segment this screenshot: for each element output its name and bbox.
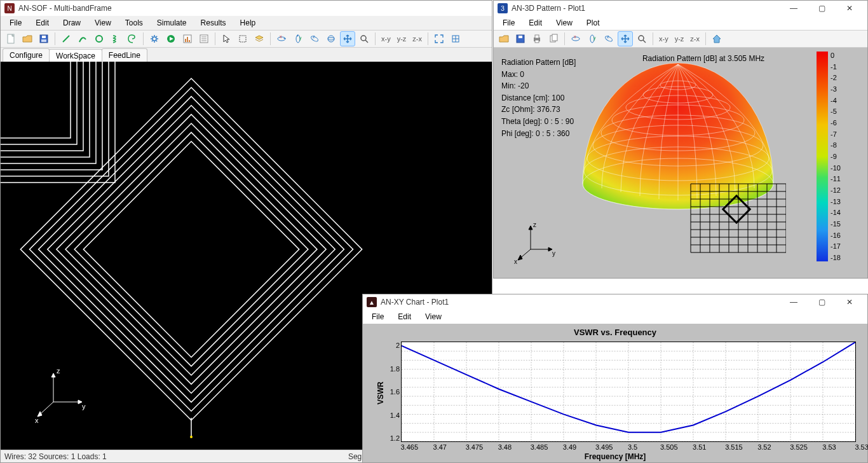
cursor-icon[interactable] — [219, 31, 234, 46]
save-icon[interactable] — [513, 31, 528, 46]
rotate-z-icon[interactable]: z — [307, 31, 322, 46]
minimize-button[interactable]: — — [780, 294, 808, 310]
y-tick: 2 — [384, 342, 400, 349]
svg-rect-104 — [817, 52, 828, 261]
menu-edit[interactable]: Edit — [29, 17, 55, 29]
colorbar-tick: -6 — [831, 119, 841, 127]
helix-icon[interactable] — [108, 31, 123, 46]
info-line: Distance [cm]: 100 — [501, 92, 576, 104]
svg-rect-47 — [1, 62, 71, 138]
new-icon[interactable] — [3, 31, 18, 46]
zoom-icon[interactable] — [634, 31, 649, 46]
line-icon[interactable] — [58, 31, 74, 46]
an3d-menu-view[interactable]: View — [550, 17, 579, 29]
info-line: Phi [deg]: 0 : 5 : 360 — [501, 128, 576, 140]
tab-workspace[interactable]: WorkSpace — [49, 49, 102, 62]
print-icon[interactable] — [529, 31, 545, 46]
main-titlebar: N AN-SOF - Multi-bandFrame — [1, 1, 492, 16]
svg-rect-57 — [535, 40, 539, 43]
maximize-button[interactable]: ▢ — [808, 1, 836, 16]
arc-icon[interactable] — [75, 31, 90, 46]
pattern-viewport[interactable]: Radiation Pattern [dB] at 3.505 MHz Radi… — [494, 48, 867, 278]
an3d-menu-edit[interactable]: Edit — [522, 17, 548, 29]
minimize-button[interactable]: — — [780, 1, 808, 16]
fit-icon[interactable] — [431, 31, 447, 46]
svg-text:y: y — [593, 36, 596, 41]
menu-draw[interactable]: Draw — [57, 17, 87, 29]
view-xy-button[interactable]: x-y — [656, 35, 671, 43]
anxy-menu-edit[interactable]: Edit — [391, 311, 417, 322]
menu-help[interactable]: Help — [234, 17, 262, 29]
svg-rect-42 — [1, 62, 102, 170]
tab-feedline[interactable]: FeedLine — [102, 48, 147, 62]
open-icon[interactable] — [20, 31, 35, 46]
toolbar-separator — [705, 32, 706, 45]
select-rect-icon[interactable] — [235, 31, 250, 46]
x-tick: 3.505 — [660, 443, 661, 451]
pan-icon[interactable] — [618, 31, 633, 46]
x-tick: 3.47 — [433, 443, 434, 451]
spiral-icon[interactable] — [125, 31, 140, 46]
menu-results[interactable]: Results — [194, 17, 233, 29]
view-zx-button[interactable]: z-x — [410, 35, 424, 43]
open-icon[interactable] — [496, 31, 512, 46]
chart-title: VSWR vs. Frequency — [369, 328, 861, 337]
xy-chart-area[interactable]: VSWR vs. Frequency VSWR Frequency [MHz] … — [363, 324, 867, 462]
reset-view-icon[interactable] — [448, 31, 463, 46]
pan-icon[interactable] — [340, 31, 355, 46]
gear-icon[interactable] — [147, 31, 162, 46]
rotate-y-icon[interactable]: y — [290, 31, 306, 46]
results-icon[interactable] — [180, 31, 195, 46]
svg-rect-54 — [519, 36, 522, 38]
view-xy-button[interactable]: x-y — [379, 35, 393, 43]
colorbar-tick: -13 — [831, 198, 841, 205]
save-icon[interactable] — [36, 31, 51, 46]
info-line: Zc [Ohm]: 376.73 — [501, 104, 576, 116]
info-line: Min: -20 — [501, 80, 576, 92]
menu-simulate[interactable]: Simulate — [151, 17, 193, 29]
rotate-z-icon[interactable]: z — [601, 31, 616, 46]
svg-text:z: z — [313, 34, 315, 39]
close-button[interactable]: ✕ — [836, 294, 864, 310]
chart-plot — [401, 342, 856, 442]
svg-rect-46 — [1, 62, 77, 144]
svg-point-68 — [639, 36, 644, 41]
layers-icon[interactable] — [252, 31, 267, 46]
svg-line-14 — [156, 36, 157, 37]
axis-z-label: z — [533, 221, 536, 228]
rotate-x-icon[interactable]: x — [274, 31, 289, 46]
anxy-menu-view[interactable]: View — [419, 311, 448, 322]
anxy-window-title: AN-XY Chart - Plot1 — [381, 298, 449, 307]
menu-tools[interactable]: Tools — [119, 17, 149, 29]
home-icon[interactable] — [709, 31, 724, 46]
colorbar-tick: -2 — [831, 74, 841, 81]
svg-rect-18 — [187, 37, 188, 42]
menu-file[interactable]: File — [3, 17, 28, 29]
circle-icon[interactable] — [92, 31, 107, 46]
rotate-all-icon[interactable] — [323, 31, 339, 46]
rotate-x-icon[interactable]: x — [568, 31, 583, 46]
y-ticks: 21.81.61.41.2 — [384, 342, 400, 442]
menu-view[interactable]: View — [88, 17, 118, 29]
anxy-menu-file[interactable]: File — [365, 311, 390, 322]
list-icon[interactable] — [196, 31, 212, 46]
view-zx-button[interactable]: z-x — [688, 35, 702, 43]
maximize-button[interactable]: ▢ — [808, 294, 836, 310]
axis-y-label: y — [552, 250, 555, 257]
svg-rect-17 — [185, 39, 186, 42]
zoom-icon[interactable] — [356, 31, 372, 46]
run-icon[interactable] — [163, 31, 179, 46]
rotate-y-icon[interactable]: y — [585, 31, 600, 46]
x-tick: 3.485 — [531, 443, 531, 451]
an3d-menu-plot[interactable]: Plot — [580, 17, 606, 29]
view-yz-button[interactable]: y-z — [395, 35, 409, 43]
an3d-menu-file[interactable]: File — [496, 17, 521, 29]
axis-x-label: x — [514, 258, 517, 265]
copy-icon[interactable] — [546, 31, 561, 46]
tab-configure[interactable]: Configure — [3, 48, 50, 62]
x-axis-label: Frequency [MHz] — [363, 452, 867, 461]
close-button[interactable]: ✕ — [836, 1, 864, 16]
view-yz-button[interactable]: y-z — [672, 35, 687, 43]
svg-point-32 — [328, 38, 334, 40]
x-tick: 3.525 — [790, 443, 790, 451]
